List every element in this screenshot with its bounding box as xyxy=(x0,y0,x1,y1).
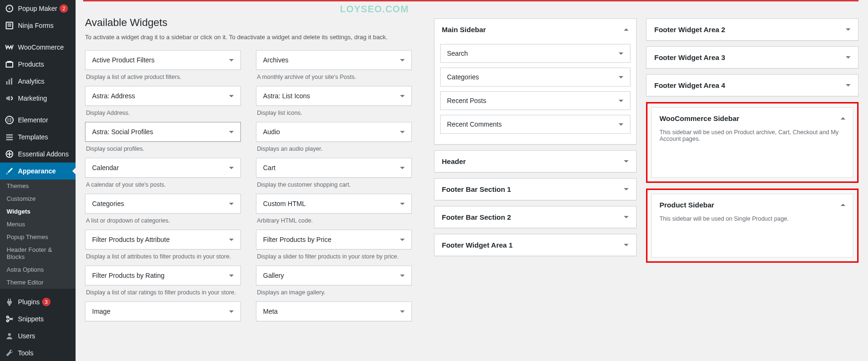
sidebar-item-ninja-forms[interactable]: Ninja Forms xyxy=(0,17,76,34)
chevron-down-icon xyxy=(229,131,234,133)
widget-header[interactable]: Cart xyxy=(256,158,412,178)
available-widget-item: Astra: Social Profiles Display social pr… xyxy=(85,122,241,152)
area-description: This sidebar will be used on Product arc… xyxy=(652,129,853,151)
submenu-themes[interactable]: Themes xyxy=(0,180,76,192)
area-widget-item[interactable]: Categories xyxy=(440,68,631,86)
chevron-up-icon xyxy=(841,204,845,206)
chevron-down-icon xyxy=(400,239,405,241)
submenu-customize[interactable]: Customize xyxy=(0,192,76,205)
widget-header[interactable]: Categories xyxy=(85,194,241,214)
submenu-theme-editor[interactable]: Theme Editor xyxy=(0,276,76,289)
area-header[interactable]: Footer Widget Area 4 xyxy=(647,75,858,96)
widget-title: Cart xyxy=(263,164,275,172)
submenu-popup-themes[interactable]: Popup Themes xyxy=(0,231,76,243)
area-drop-zone[interactable] xyxy=(652,231,853,257)
widget-header[interactable]: Filter Products by Rating xyxy=(85,266,241,285)
form-icon xyxy=(5,21,14,30)
widget-header[interactable]: Meta xyxy=(256,301,412,321)
brush-icon xyxy=(5,166,14,176)
chevron-down-icon xyxy=(400,310,405,313)
svg-rect-8 xyxy=(11,78,12,85)
widget-header[interactable]: Filter Products by Price xyxy=(256,230,412,249)
available-widget-item: Audio Displays an audio player. xyxy=(256,122,412,152)
widget-header[interactable]: Image xyxy=(85,301,241,321)
area-header[interactable]: Product Sidebar xyxy=(652,194,853,215)
sidebar-item-marketing[interactable]: Marketing xyxy=(0,90,76,107)
sidebar-label: Templates xyxy=(18,133,48,141)
area-header[interactable]: Footer Widget Area 3 xyxy=(647,47,858,68)
area-widget-item[interactable]: Recent Posts xyxy=(440,91,631,110)
area-header[interactable]: Footer Widget Area 2 xyxy=(647,19,858,40)
sidebar-item-snippets[interactable]: Snippets xyxy=(0,310,76,327)
area-header[interactable]: Header xyxy=(434,151,637,172)
sidebar-label: Tools xyxy=(18,349,34,357)
area-header[interactable]: Footer Bar Section 1 xyxy=(434,179,637,200)
popup-icon xyxy=(5,4,14,13)
widget-header[interactable]: Astra: Social Profiles xyxy=(85,122,241,142)
chevron-down-icon xyxy=(619,100,623,102)
available-widget-item: Astra: Address Display Address. xyxy=(85,86,241,116)
submenu-widgets[interactable]: Widgets xyxy=(0,205,76,218)
sidebar-label: Snippets xyxy=(18,315,43,323)
chevron-down-icon xyxy=(400,275,405,277)
sidebar-item-analytics[interactable]: Analytics xyxy=(0,73,76,90)
sidebar-item-products[interactable]: Products xyxy=(0,56,76,73)
sidebar-item-templates[interactable]: Templates xyxy=(0,129,76,146)
widget-description: Display a list of active product filters… xyxy=(85,74,241,80)
area-body[interactable]: Search Categories Recent Posts Recent Co… xyxy=(434,40,637,144)
area-widget-item[interactable]: Search xyxy=(440,44,631,63)
sidebar-label: Popup Maker xyxy=(18,5,57,12)
highlight-woo-sidebar: WooCommerce Sidebar This sidebar will be… xyxy=(646,102,859,183)
area-header[interactable]: WooCommerce Sidebar xyxy=(652,108,853,129)
sidebar-item-essential-addons[interactable]: Essential Addons xyxy=(0,146,76,163)
sidebars-column-2: Footer Widget Area 2 Footer Widget Area … xyxy=(641,3,859,327)
widget-header[interactable]: Astra: List Icons xyxy=(256,86,412,106)
area-footer-bar-2: Footer Bar Section 2 xyxy=(434,206,637,228)
available-widget-item: Cart Display the customer shopping cart. xyxy=(256,158,412,188)
sidebar-label: Appearance xyxy=(18,167,56,175)
sidebar-item-woocommerce[interactable]: WooCommerce xyxy=(0,39,76,56)
chevron-up-icon xyxy=(841,117,845,120)
submenu-astra-options[interactable]: Astra Options xyxy=(0,263,76,276)
available-widgets-column: Available Widgets To activate a widget d… xyxy=(85,3,429,327)
sidebar-item-elementor[interactable]: Elementor xyxy=(0,112,76,129)
area-header[interactable]: Main Sidebar xyxy=(434,19,637,40)
widget-header[interactable]: Astra: Address xyxy=(85,86,241,106)
widget-description: Display social profiles. xyxy=(85,146,241,152)
sidebar-item-tools[interactable]: Tools xyxy=(0,344,76,361)
widget-header[interactable]: Custom HTML xyxy=(256,194,412,214)
widget-header[interactable]: Audio xyxy=(256,122,412,142)
area-drop-zone[interactable] xyxy=(652,151,853,177)
sidebar-label: Users xyxy=(18,332,35,340)
widget-title: Astra: Address xyxy=(92,92,135,100)
available-widget-item: Calendar A calendar of your site's posts… xyxy=(85,158,241,188)
chevron-down-icon xyxy=(619,52,623,55)
submenu-header-footer[interactable]: Header Footer & Blocks xyxy=(0,243,76,263)
widget-header[interactable]: Calendar xyxy=(85,158,241,178)
sidebar-item-popup-maker[interactable]: Popup Maker 2 xyxy=(0,0,76,17)
svg-rect-6 xyxy=(6,81,8,85)
widget-header[interactable]: Archives xyxy=(256,50,412,70)
widget-title: Audio xyxy=(263,128,280,136)
widget-header[interactable]: Active Product Filters xyxy=(85,50,241,70)
chevron-down-icon xyxy=(624,188,629,190)
sidebar-label: Analytics xyxy=(18,77,44,85)
widget-title: Astra: List Icons xyxy=(263,92,310,100)
sidebar-label: Products xyxy=(18,60,44,68)
sidebar-item-users[interactable]: Users xyxy=(0,327,76,344)
submenu-menus[interactable]: Menus xyxy=(0,218,76,231)
widget-header[interactable]: Filter Products by Attribute xyxy=(85,230,241,249)
sidebar-item-appearance[interactable]: Appearance xyxy=(0,163,76,180)
widget-description: Display a slider to filter products in y… xyxy=(256,253,412,260)
widget-title: Image xyxy=(92,308,111,315)
area-header[interactable]: Footer Widget Area 1 xyxy=(434,234,637,256)
appearance-submenu: Themes Customize Widgets Menus Popup The… xyxy=(0,180,76,289)
svg-rect-7 xyxy=(9,79,10,85)
area-header[interactable]: Footer Bar Section 2 xyxy=(434,206,637,228)
widget-header[interactable]: Gallery xyxy=(256,266,412,285)
area-widget-item[interactable]: Recent Comments xyxy=(440,115,631,134)
chevron-down-icon xyxy=(400,131,405,133)
svg-rect-5 xyxy=(6,62,13,67)
sidebar-item-plugins[interactable]: Plugins 3 xyxy=(0,293,76,310)
sidebar-label: Plugins xyxy=(18,298,40,306)
